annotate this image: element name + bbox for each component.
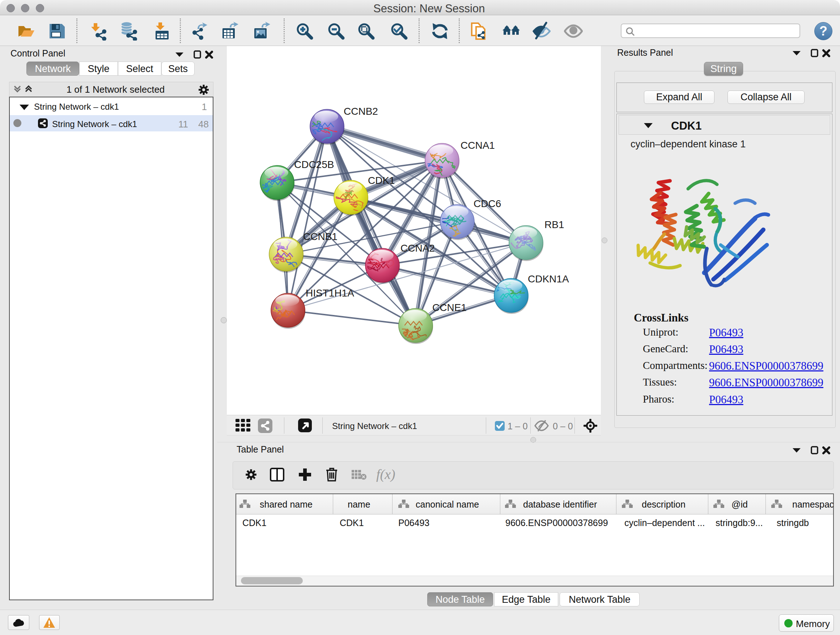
svg-text:CDC25B: CDC25B	[294, 159, 334, 170]
svg-text:CDKN1A: CDKN1A	[528, 273, 569, 285]
svg-text:HIST1H1A: HIST1H1A	[306, 287, 354, 299]
svg-text:CDK1: CDK1	[368, 175, 395, 186]
svg-text:CCNA1: CCNA1	[461, 140, 495, 151]
svg-text:CDC6: CDC6	[474, 198, 501, 209]
svg-text:CCNE1: CCNE1	[432, 302, 467, 313]
svg-text:RB1: RB1	[545, 219, 564, 230]
svg-text:CCNB1: CCNB1	[303, 231, 338, 242]
svg-text:CCNB2: CCNB2	[344, 106, 378, 117]
svg-text:CCNA2: CCNA2	[401, 242, 435, 254]
